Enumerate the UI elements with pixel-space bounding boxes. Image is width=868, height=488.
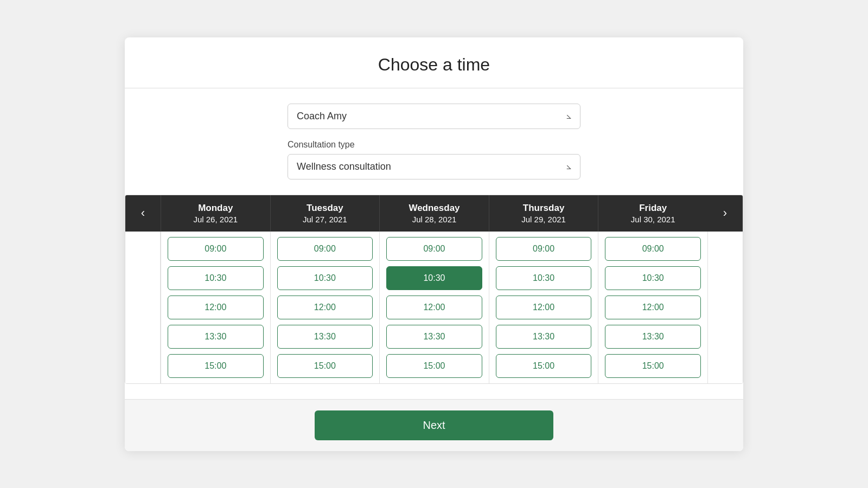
left-spacer (125, 232, 161, 383)
thursday-column: 09:00 10:30 12:00 13:30 15:00 (489, 232, 598, 383)
time-slot[interactable]: 12:00 (386, 296, 482, 319)
time-slot[interactable]: 09:00 (386, 237, 482, 261)
time-slot[interactable]: 12:00 (496, 296, 592, 319)
next-week-button[interactable]: › (707, 195, 743, 232)
time-slot[interactable]: 12:00 (168, 296, 264, 319)
tuesday-column: 09:00 10:30 12:00 13:30 15:00 (270, 232, 380, 383)
modal-footer: Next (125, 399, 743, 451)
day-header-tuesday: Tuesday Jul 27, 2021 (270, 195, 380, 232)
time-slot[interactable]: 10:30 (168, 266, 264, 290)
day-header-wednesday: Wednesday Jul 28, 2021 (379, 195, 489, 232)
day-header-monday: Monday Jul 26, 2021 (161, 195, 270, 232)
chevron-down-icon: ⦣ (566, 162, 571, 171)
time-slot[interactable]: 15:00 (386, 354, 482, 378)
time-slot[interactable]: 12:00 (277, 296, 373, 319)
time-slot[interactable]: 09:00 (277, 237, 373, 261)
consultation-type-dropdown-container: Wellness consultation ⦣ (288, 154, 580, 179)
coach-dropdown-wrapper: Coach Amy ⦣ (146, 104, 722, 129)
day-header-friday: Friday Jul 30, 2021 (598, 195, 707, 232)
chevron-down-icon: ⦣ (566, 111, 571, 121)
page-title: Choose a time (146, 55, 722, 75)
wednesday-column: 09:00 10:30 12:00 13:30 15:00 (379, 232, 489, 383)
friday-column: 09:00 10:30 12:00 13:30 15:00 (598, 232, 707, 383)
booking-modal: Choose a time Coach Amy ⦣ Consultation t… (125, 37, 743, 451)
calendar-body: 09:00 10:30 12:00 13:30 15:00 09:00 10:3… (125, 232, 743, 383)
consultation-type-dropdown[interactable]: Wellness consultation ⦣ (288, 154, 580, 179)
time-slot[interactable]: 15:00 (496, 354, 592, 378)
coach-dropdown[interactable]: Coach Amy ⦣ (288, 104, 580, 129)
next-button[interactable]: Next (315, 410, 553, 440)
time-slot[interactable]: 13:30 (496, 325, 592, 349)
time-slot[interactable]: 13:30 (168, 325, 264, 349)
time-slot[interactable]: 15:00 (168, 354, 264, 378)
time-slot[interactable]: 15:00 (277, 354, 373, 378)
time-slot[interactable]: 10:30 (605, 266, 701, 290)
coach-dropdown-container: Coach Amy ⦣ (288, 104, 580, 129)
time-slot-selected[interactable]: 10:30 (386, 266, 482, 290)
coach-dropdown-value: Coach Amy (297, 111, 347, 122)
prev-week-button[interactable]: ‹ (125, 195, 161, 232)
right-spacer (707, 232, 743, 383)
day-header-thursday: Thursday Jul 29, 2021 (489, 195, 598, 232)
time-slot[interactable]: 13:30 (386, 325, 482, 349)
calendar: ‹ Monday Jul 26, 2021 Tuesday Jul 27, 20… (125, 195, 743, 384)
monday-column: 09:00 10:30 12:00 13:30 15:00 (161, 232, 270, 383)
time-slot[interactable]: 12:00 (605, 296, 701, 319)
time-slot[interactable]: 09:00 (496, 237, 592, 261)
calendar-header: ‹ Monday Jul 26, 2021 Tuesday Jul 27, 20… (125, 195, 743, 232)
consultation-type-value: Wellness consultation (297, 161, 391, 172)
time-slot[interactable]: 09:00 (605, 237, 701, 261)
consultation-type-label: Consultation type (288, 140, 580, 150)
consultation-type-section: Consultation type Wellness consultation … (146, 140, 722, 179)
time-slot[interactable]: 09:00 (168, 237, 264, 261)
divider (125, 88, 743, 88)
time-slot[interactable]: 15:00 (605, 354, 701, 378)
time-slot[interactable]: 10:30 (496, 266, 592, 290)
time-slot[interactable]: 10:30 (277, 266, 373, 290)
modal-body: Choose a time Coach Amy ⦣ Consultation t… (125, 37, 743, 384)
time-slot[interactable]: 13:30 (605, 325, 701, 349)
time-slot[interactable]: 13:30 (277, 325, 373, 349)
